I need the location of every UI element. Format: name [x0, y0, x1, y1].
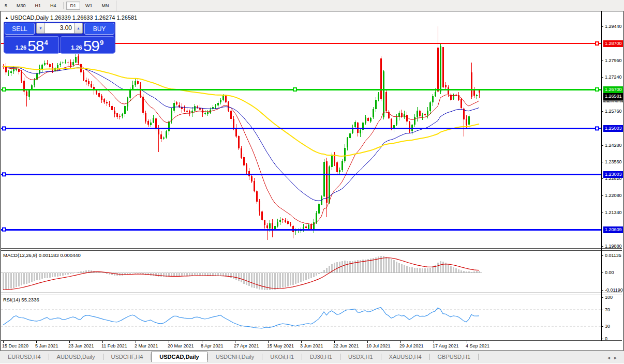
- horizontal-line: [1, 128, 601, 129]
- buy-price-tile[interactable]: 1.26 59 9: [61, 36, 115, 54]
- sell-price-tile[interactable]: 1.26 58 4: [5, 36, 59, 54]
- line-handle: [293, 88, 296, 91]
- tab-scroll-right-button[interactable]: ▸: [614, 355, 621, 360]
- rsi-axis-label: 30: [605, 324, 610, 329]
- line-handle: [596, 88, 599, 91]
- tab-usdx-h1[interactable]: USDX,H1: [340, 352, 381, 362]
- toolbar-separator: [63, 2, 64, 9]
- time-axis-label: 3 Jun 2021: [300, 343, 323, 348]
- price-axis-label: 1.29440: [605, 24, 622, 29]
- price-axis-tick: [601, 26, 603, 27]
- time-axis-tick: [367, 341, 368, 343]
- line-handle: [3, 127, 6, 130]
- time-axis-tick: [400, 341, 401, 343]
- line-handle: [3, 228, 6, 231]
- tab-usdcnh-daily[interactable]: USDCNH,Daily: [208, 352, 262, 362]
- time-axis-tick: [136, 341, 136, 343]
- trading-terminal: 5M30H1H4D1W1MN 1.294401.279601.272401.25…: [0, 0, 624, 364]
- price-badge: 1.26581: [603, 93, 623, 100]
- time-axis-label: 10 Jul 2021: [366, 343, 391, 348]
- timeframe-button-h1[interactable]: H1: [31, 2, 46, 10]
- price-axis-tick: [601, 111, 603, 112]
- rsi-axis-tick: [601, 339, 603, 339]
- tab-usdchf-h4[interactable]: USDCHF,H4: [103, 352, 151, 362]
- bottom-strip: [0, 362, 624, 364]
- price-badge: 1.23003: [603, 171, 623, 178]
- rsi-axis-tick: [601, 310, 603, 310]
- volume-increase-button[interactable]: ▲: [74, 23, 83, 34]
- tab-audusd-daily[interactable]: AUDUSD,Daily: [49, 352, 103, 362]
- macd-axis-tick: [601, 272, 603, 273]
- tab-ukoil-h1[interactable]: UKOil,H1: [262, 352, 302, 362]
- sell-button[interactable]: SELL: [5, 23, 35, 35]
- timeframe-toolbar: 5M30H1H4D1W1MN: [0, 0, 624, 11]
- macd-label: MACD(12,26,9) 0.001183 0.000440: [3, 252, 81, 258]
- price-axis-label: 1.27240: [605, 74, 622, 80]
- timeframe-button-d1[interactable]: D1: [66, 2, 81, 10]
- price-axis-tick: [601, 77, 603, 78]
- price-axis-label: 1.19880: [605, 244, 622, 249]
- price-badge: 1.26700: [603, 86, 623, 93]
- timeframe-button-h4[interactable]: H4: [46, 2, 61, 10]
- line-handle: [596, 42, 599, 45]
- macd-axis-label: -0.01190: [605, 287, 623, 293]
- volume-decrease-button[interactable]: ▼: [36, 23, 45, 34]
- line-handle: [596, 127, 599, 130]
- time-axis-tick: [202, 341, 202, 343]
- time-axis-label: 29 Jul 2021: [399, 343, 424, 348]
- toolbar-separator: [116, 1, 116, 11]
- tab-xauusd-h4[interactable]: XAUUSD,H4: [381, 352, 429, 362]
- tab-eurusd-h4[interactable]: EURUSD,H4: [0, 352, 49, 362]
- horizontal-line: [1, 174, 601, 175]
- tab-dj30-h1[interactable]: DJ30,H1: [302, 352, 340, 362]
- timeframe-button-5[interactable]: 5: [1, 2, 11, 10]
- tab-scroll-arrows: ◂▸: [607, 355, 621, 360]
- sell-price-big: 58: [27, 39, 43, 53]
- time-axis-tick: [235, 341, 235, 343]
- price-badge: 1.20609: [603, 226, 623, 233]
- macd-axis-label: 0.00: [605, 270, 614, 275]
- time-axis-tick: [169, 341, 169, 343]
- price-axis-label: 1.21340: [605, 210, 622, 215]
- time-axis-tick: [69, 341, 70, 343]
- price-axis-label: 1.22080: [605, 193, 622, 198]
- rsi-chart-canvas[interactable]: [1, 295, 601, 340]
- time-axis-label: 11 Feb 2021: [101, 343, 127, 348]
- tab-divider: [478, 354, 479, 360]
- rsi-axis-label: 70: [605, 307, 610, 312]
- chart-title: ▲ USDCAD,Daily 1.26339 1.26633 1.26274 1…: [5, 14, 137, 21]
- buy-button[interactable]: BUY: [84, 23, 114, 35]
- time-axis-label: 5 Jan 2021: [35, 343, 58, 348]
- volume-field[interactable]: 3.00: [45, 23, 74, 34]
- price-axis-tick: [601, 246, 603, 247]
- rsi-axis-label: 100: [605, 295, 613, 300]
- time-axis-label: 22 Jun 2021: [333, 343, 359, 348]
- price-axis-tick: [601, 213, 603, 213]
- tab-usdcad-daily[interactable]: USDCAD,Daily: [151, 352, 207, 362]
- price-axis-label: 1.24280: [605, 143, 622, 148]
- time-axis-tick: [102, 341, 103, 343]
- price-badge: 1.26599: [603, 100, 623, 102]
- timeframe-button-w1[interactable]: W1: [81, 2, 97, 10]
- chart-window: 1.294401.279601.272401.257601.242801.235…: [1, 11, 623, 351]
- line-handle: [3, 88, 6, 91]
- sell-price-pip: 4: [44, 39, 48, 47]
- timeframe-button-m30[interactable]: M30: [12, 2, 30, 10]
- price-axis-tick: [601, 162, 603, 162]
- price-axis-tick: [601, 60, 603, 61]
- rsi-label: RSI(14) 55.2336: [3, 297, 39, 302]
- buy-price-big: 59: [83, 39, 99, 53]
- horizontal-line: [1, 89, 601, 90]
- volume-stepper: ▼ 3.00 ▲: [36, 23, 83, 34]
- timeframe-button-mn[interactable]: MN: [98, 2, 113, 10]
- price-badge: 1.28700: [603, 40, 623, 47]
- line-handle: [3, 173, 6, 176]
- price-badge: 1.25003: [603, 125, 623, 132]
- price-axis-label: 1.23560: [605, 159, 622, 164]
- time-axis[interactable]: 15 Dec 20205 Jan 202123 Jan 202111 Feb 2…: [1, 341, 622, 350]
- time-axis-tick: [334, 341, 335, 343]
- time-axis-tick: [268, 341, 269, 343]
- macd-chart-canvas[interactable]: [1, 251, 601, 293]
- tab-gbpusd-h1[interactable]: GBPUSD,H1: [430, 352, 479, 362]
- tab-scroll-left-button[interactable]: ◂: [607, 355, 614, 360]
